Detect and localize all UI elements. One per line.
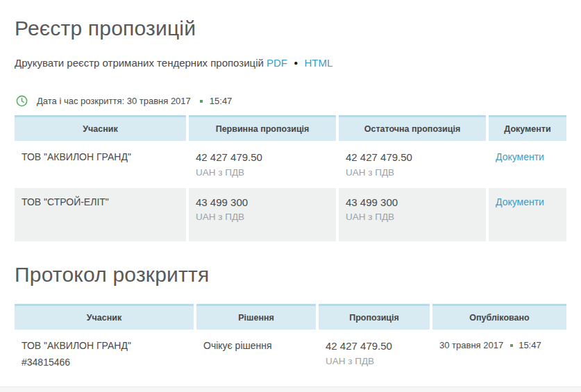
initial-amount: 43 499 300 xyxy=(196,196,330,210)
participant-name: ТОВ "АКВИЛОН ГРАНД" xyxy=(15,143,186,186)
dot-separator-icon: ● xyxy=(294,59,298,67)
main-content: Реєстр пропозицій Друкувати реєстр отрим… xyxy=(0,0,581,377)
proposal-amount: 42 427 479.50 xyxy=(326,340,424,353)
final-currency: UAH з ПДВ xyxy=(346,167,480,179)
disclosure-date: 30 травня 2017 xyxy=(127,96,191,106)
print-register-label: Друкувати реєстр отриманих тендерних про… xyxy=(15,57,264,69)
disclosure-time: 15:47 xyxy=(210,96,233,106)
square-bullet-icon xyxy=(510,344,513,347)
participant-name: ТОВ "АКВИЛОН ГРАНД" xyxy=(22,340,188,352)
table-row: ТОВ "АКВИЛОН ГРАНД" #34815466 Очікує ріш… xyxy=(15,332,566,375)
protocol-table: Учасник Рішення Пропозиція Опубліковано … xyxy=(12,302,569,377)
final-amount: 43 499 300 xyxy=(346,196,480,210)
protocol-title: Протокол розкриття xyxy=(15,263,566,287)
disclosure-label: Дата і час розкриття: xyxy=(37,96,124,106)
final-amount: 42 427 479.50 xyxy=(346,151,480,164)
protocol-header-row: Учасник Рішення Пропозиція Опубліковано xyxy=(15,304,566,330)
pdf-link[interactable]: PDF xyxy=(267,57,287,69)
disclosure-datetime-row: Дата і час розкриття: 30 травня 2017 15:… xyxy=(16,95,566,107)
column-header-documents: Документи xyxy=(489,115,566,141)
proposal-currency: UAH з ПДВ xyxy=(326,356,424,368)
column-header-final-proposal: Остаточна пропозиція xyxy=(339,115,486,141)
published-time: 15:47 xyxy=(519,340,541,350)
participant-name: ТОВ "СТРОЙ-ЕЛІТ" xyxy=(15,188,186,242)
page-title: Реєстр пропозицій xyxy=(15,17,566,40)
clock-icon xyxy=(16,95,28,107)
footer-strip xyxy=(0,386,581,392)
column-header-published: Опубліковано xyxy=(432,304,566,330)
initial-currency: UAH з ПДВ xyxy=(196,167,330,179)
participant-id: #34815466 xyxy=(22,357,188,369)
column-header-participant: Учасник xyxy=(15,115,186,141)
green-square-bullet-icon xyxy=(200,100,203,103)
documents-link[interactable]: Документи xyxy=(496,196,544,207)
column-header-participant: Учасник xyxy=(15,304,194,330)
published-date: 30 травня 2017 xyxy=(439,340,503,350)
html-link[interactable]: HTML xyxy=(304,57,332,69)
initial-currency: UAH з ПДВ xyxy=(196,212,330,223)
column-header-proposal: Пропозиція xyxy=(319,304,430,330)
column-header-decision: Рішення xyxy=(196,304,316,330)
decision-text: Очікує рішення xyxy=(196,332,316,375)
register-header-row: Учасник Первинна пропозиція Остаточна пр… xyxy=(15,115,566,141)
print-register-line: Друкувати реєстр отриманих тендерних про… xyxy=(15,57,566,69)
column-header-initial-proposal: Первинна пропозиція xyxy=(189,115,336,141)
initial-amount: 42 427 479.50 xyxy=(196,151,330,164)
final-currency: UAH з ПДВ xyxy=(346,212,480,223)
table-row: ТОВ "АКВИЛОН ГРАНД" 42 427 479.50 UAH з … xyxy=(15,143,566,186)
register-table: Учасник Первинна пропозиція Остаточна пр… xyxy=(12,113,569,244)
documents-link[interactable]: Документи xyxy=(496,151,544,162)
table-row: ТОВ "СТРОЙ-ЕЛІТ" 43 499 300 UAH з ПДВ 43… xyxy=(15,188,566,242)
